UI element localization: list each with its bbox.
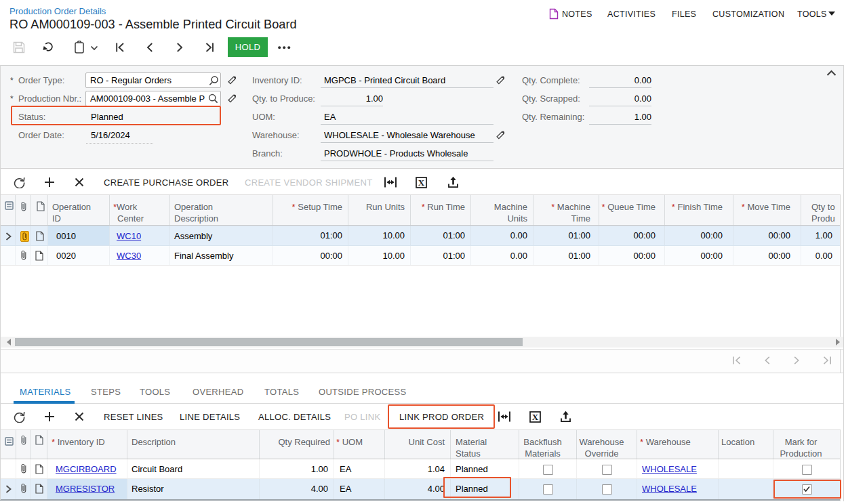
- svg-text:X: X: [532, 412, 539, 422]
- svg-text:X: X: [418, 177, 425, 188]
